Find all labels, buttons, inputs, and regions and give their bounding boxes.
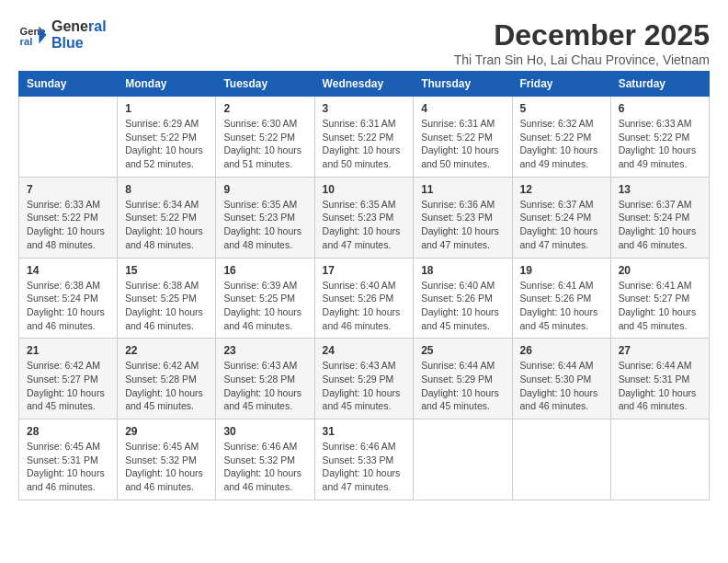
day-number: 28 — [27, 425, 109, 438]
day-info: Sunrise: 6:44 AM Sunset: 5:31 PM Dayligh… — [619, 359, 701, 413]
logo-text: General Blue — [51, 18, 107, 52]
weekday-header-tuesday: Tuesday — [216, 72, 314, 97]
calendar-cell: 6Sunrise: 6:33 AM Sunset: 5:22 PM Daylig… — [610, 97, 709, 178]
calendar-cell: 24Sunrise: 6:43 AM Sunset: 5:29 PM Dayli… — [314, 339, 414, 419]
calendar-cell: 29Sunrise: 6:45 AM Sunset: 5:32 PM Dayli… — [118, 419, 216, 500]
calendar-cell: 23Sunrise: 6:43 AM Sunset: 5:28 PM Dayli… — [216, 339, 314, 419]
day-number: 7 — [27, 183, 109, 196]
day-number: 19 — [520, 264, 603, 277]
day-number: 27 — [619, 344, 701, 357]
calendar-body: 1Sunrise: 6:29 AM Sunset: 5:22 PM Daylig… — [19, 97, 710, 500]
day-number: 4 — [421, 102, 504, 115]
calendar-cell: 22Sunrise: 6:42 AM Sunset: 5:28 PM Dayli… — [118, 339, 216, 419]
week-row-3: 14Sunrise: 6:38 AM Sunset: 5:24 PM Dayli… — [19, 258, 710, 339]
day-number: 12 — [520, 183, 603, 196]
day-info: Sunrise: 6:42 AM Sunset: 5:27 PM Dayligh… — [27, 359, 109, 413]
day-info: Sunrise: 6:46 AM Sunset: 5:32 PM Dayligh… — [223, 440, 306, 494]
day-number: 14 — [27, 264, 109, 277]
month-title: December 2025 — [454, 18, 710, 52]
calendar-cell: 12Sunrise: 6:37 AM Sunset: 5:24 PM Dayli… — [512, 177, 610, 258]
calendar-cell: 31Sunrise: 6:46 AM Sunset: 5:33 PM Dayli… — [314, 419, 414, 500]
day-number: 23 — [223, 344, 306, 357]
day-number: 13 — [619, 183, 701, 196]
day-info: Sunrise: 6:42 AM Sunset: 5:28 PM Dayligh… — [125, 359, 208, 413]
day-info: Sunrise: 6:36 AM Sunset: 5:23 PM Dayligh… — [421, 198, 504, 252]
day-number: 24 — [323, 344, 406, 357]
day-info: Sunrise: 6:38 AM Sunset: 5:25 PM Dayligh… — [125, 279, 208, 333]
day-number: 6 — [619, 102, 701, 115]
calendar-header: SundayMondayTuesdayWednesdayThursdayFrid… — [19, 72, 710, 97]
day-number: 20 — [619, 264, 701, 277]
calendar-cell: 25Sunrise: 6:44 AM Sunset: 5:29 PM Dayli… — [414, 339, 512, 419]
calendar-cell: 5Sunrise: 6:32 AM Sunset: 5:22 PM Daylig… — [512, 97, 610, 178]
weekday-header-friday: Friday — [512, 72, 610, 97]
calendar-cell: 27Sunrise: 6:44 AM Sunset: 5:31 PM Dayli… — [610, 339, 709, 419]
day-info: Sunrise: 6:29 AM Sunset: 5:22 PM Dayligh… — [125, 117, 208, 171]
day-number: 30 — [223, 425, 306, 438]
calendar-cell: 8Sunrise: 6:34 AM Sunset: 5:22 PM Daylig… — [118, 177, 216, 258]
day-info: Sunrise: 6:43 AM Sunset: 5:28 PM Dayligh… — [223, 359, 306, 413]
calendar-cell: 1Sunrise: 6:29 AM Sunset: 5:22 PM Daylig… — [118, 97, 216, 178]
day-info: Sunrise: 6:40 AM Sunset: 5:26 PM Dayligh… — [421, 279, 504, 333]
day-number: 3 — [323, 102, 406, 115]
page-header: Gene ral General Blue December 2025 Thi … — [18, 18, 710, 67]
calendar-cell: 10Sunrise: 6:35 AM Sunset: 5:23 PM Dayli… — [314, 177, 414, 258]
day-info: Sunrise: 6:30 AM Sunset: 5:22 PM Dayligh… — [223, 117, 306, 171]
weekday-row: SundayMondayTuesdayWednesdayThursdayFrid… — [19, 72, 710, 97]
calendar-cell: 7Sunrise: 6:33 AM Sunset: 5:22 PM Daylig… — [19, 177, 118, 258]
logo: Gene ral General Blue — [18, 18, 107, 52]
day-info: Sunrise: 6:38 AM Sunset: 5:24 PM Dayligh… — [27, 279, 109, 333]
day-info: Sunrise: 6:33 AM Sunset: 5:22 PM Dayligh… — [27, 198, 109, 252]
calendar-cell: 17Sunrise: 6:40 AM Sunset: 5:26 PM Dayli… — [314, 258, 414, 339]
day-number: 15 — [125, 264, 208, 277]
day-info: Sunrise: 6:41 AM Sunset: 5:26 PM Dayligh… — [520, 279, 603, 333]
day-number: 31 — [323, 425, 406, 438]
day-number: 26 — [520, 344, 603, 357]
day-info: Sunrise: 6:32 AM Sunset: 5:22 PM Dayligh… — [520, 117, 603, 171]
day-number: 16 — [223, 264, 306, 277]
day-info: Sunrise: 6:34 AM Sunset: 5:22 PM Dayligh… — [125, 198, 208, 252]
day-info: Sunrise: 6:45 AM Sunset: 5:32 PM Dayligh… — [125, 440, 208, 494]
calendar-cell: 21Sunrise: 6:42 AM Sunset: 5:27 PM Dayli… — [19, 339, 118, 419]
calendar-cell: 19Sunrise: 6:41 AM Sunset: 5:26 PM Dayli… — [512, 258, 610, 339]
week-row-4: 21Sunrise: 6:42 AM Sunset: 5:27 PM Dayli… — [19, 339, 710, 419]
calendar-cell: 30Sunrise: 6:46 AM Sunset: 5:32 PM Dayli… — [216, 419, 314, 500]
calendar-cell: 11Sunrise: 6:36 AM Sunset: 5:23 PM Dayli… — [414, 177, 512, 258]
day-info: Sunrise: 6:37 AM Sunset: 5:24 PM Dayligh… — [619, 198, 701, 252]
weekday-header-thursday: Thursday — [414, 72, 512, 97]
calendar-cell — [512, 419, 610, 500]
day-info: Sunrise: 6:31 AM Sunset: 5:22 PM Dayligh… — [323, 117, 406, 171]
calendar-cell: 26Sunrise: 6:44 AM Sunset: 5:30 PM Dayli… — [512, 339, 610, 419]
calendar-cell — [19, 97, 118, 178]
logo-icon: Gene ral — [18, 20, 48, 50]
calendar-cell — [414, 419, 512, 500]
day-info: Sunrise: 6:41 AM Sunset: 5:27 PM Dayligh… — [619, 279, 701, 333]
calendar-cell: 9Sunrise: 6:35 AM Sunset: 5:23 PM Daylig… — [216, 177, 314, 258]
day-info: Sunrise: 6:44 AM Sunset: 5:29 PM Dayligh… — [421, 359, 504, 413]
calendar-cell: 28Sunrise: 6:45 AM Sunset: 5:31 PM Dayli… — [19, 419, 118, 500]
day-number: 29 — [125, 425, 208, 438]
day-number: 1 — [125, 102, 208, 115]
weekday-header-saturday: Saturday — [610, 72, 709, 97]
day-number: 22 — [125, 344, 208, 357]
day-number: 11 — [421, 183, 504, 196]
day-number: 21 — [27, 344, 109, 357]
calendar-cell — [610, 419, 709, 500]
day-info: Sunrise: 6:35 AM Sunset: 5:23 PM Dayligh… — [223, 198, 306, 252]
weekday-header-wednesday: Wednesday — [314, 72, 414, 97]
calendar-cell: 4Sunrise: 6:31 AM Sunset: 5:22 PM Daylig… — [414, 97, 512, 178]
day-info: Sunrise: 6:44 AM Sunset: 5:30 PM Dayligh… — [520, 359, 603, 413]
calendar-cell: 20Sunrise: 6:41 AM Sunset: 5:27 PM Dayli… — [610, 258, 709, 339]
title-area: December 2025 Thi Tran Sin Ho, Lai Chau … — [454, 18, 710, 67]
day-info: Sunrise: 6:45 AM Sunset: 5:31 PM Dayligh… — [27, 440, 109, 494]
day-number: 10 — [323, 183, 406, 196]
day-number: 9 — [223, 183, 306, 196]
weekday-header-sunday: Sunday — [19, 72, 118, 97]
location-title: Thi Tran Sin Ho, Lai Chau Province, Viet… — [454, 52, 710, 67]
day-number: 2 — [223, 102, 306, 115]
calendar-cell: 18Sunrise: 6:40 AM Sunset: 5:26 PM Dayli… — [414, 258, 512, 339]
day-number: 5 — [520, 102, 603, 115]
day-info: Sunrise: 6:35 AM Sunset: 5:23 PM Dayligh… — [323, 198, 406, 252]
day-info: Sunrise: 6:33 AM Sunset: 5:22 PM Dayligh… — [619, 117, 701, 171]
weekday-header-monday: Monday — [118, 72, 216, 97]
